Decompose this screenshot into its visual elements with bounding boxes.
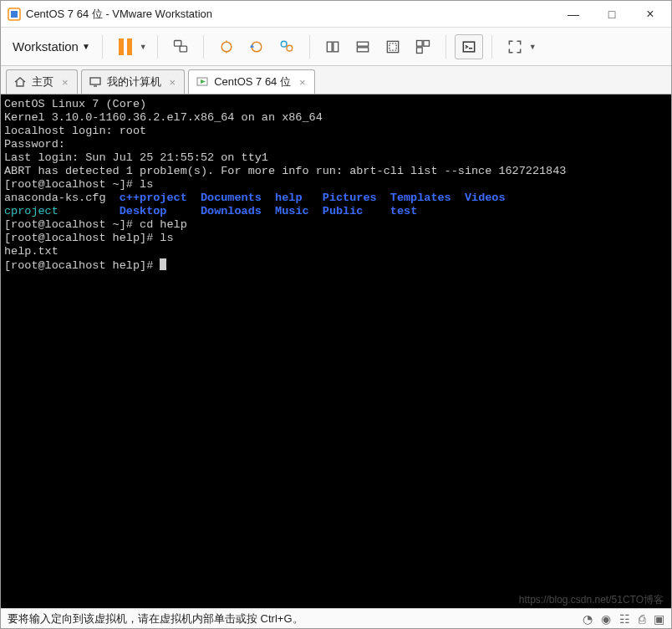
separator <box>309 35 310 59</box>
minimize-button[interactable]: — <box>554 1 593 28</box>
view-tabs-icon <box>354 38 371 55</box>
svg-point-6 <box>281 41 287 47</box>
separator <box>491 35 492 59</box>
separator <box>445 35 446 59</box>
device-cd-icon[interactable]: ◉ <box>601 612 611 626</box>
vm-icon <box>196 75 209 89</box>
svg-rect-10 <box>357 42 368 46</box>
monitor-icon <box>89 75 102 89</box>
svg-point-4 <box>221 42 232 52</box>
workstation-menu[interactable]: Workstation ▼ <box>9 36 94 57</box>
device-usb-icon[interactable]: ⎙ <box>639 612 645 626</box>
svg-rect-16 <box>416 47 422 53</box>
svg-rect-8 <box>327 42 332 52</box>
keyboard-icon <box>172 38 189 55</box>
tab-home[interactable]: 主页 × <box>6 69 78 94</box>
svg-point-7 <box>287 45 293 51</box>
view-tabs-button[interactable] <box>349 34 377 59</box>
home-icon <box>13 75 27 89</box>
fullscreen-icon <box>507 38 523 55</box>
maximize-button[interactable]: □ <box>593 1 631 28</box>
svg-rect-15 <box>424 40 430 46</box>
chevron-down-icon: ▼ <box>82 42 90 51</box>
fullscreen-dropdown[interactable]: ▼ <box>529 43 537 51</box>
separator <box>102 35 103 59</box>
view-single-button[interactable] <box>318 34 347 59</box>
tab-label: CentOS 7 64 位 <box>214 74 291 89</box>
snapshot-icon <box>218 38 235 55</box>
view-unity-button[interactable] <box>409 34 437 59</box>
view-single-icon <box>324 38 341 55</box>
tab-label: 我的计算机 <box>107 74 161 89</box>
snapshot-button[interactable] <box>212 34 241 59</box>
app-icon <box>8 8 21 21</box>
tab-bar: 主页 × 我的计算机 × CentOS 7 64 位 × <box>1 66 671 95</box>
snapshots-icon <box>278 38 295 55</box>
window-title: CentOS 7 64 位 - VMware Workstation <box>26 7 212 22</box>
device-network-icon[interactable]: ☷ <box>619 612 630 626</box>
window-titlebar: CentOS 7 64 位 - VMware Workstation — □ × <box>1 1 671 28</box>
pause-dropdown[interactable]: ▼ <box>140 43 147 51</box>
tab-label: 主页 <box>32 74 53 89</box>
revert-icon <box>248 38 265 55</box>
tab-close-icon[interactable]: × <box>170 76 176 89</box>
svg-rect-17 <box>463 42 474 52</box>
status-bar: 要将输入定向到该虚拟机，请在虚拟机内部单击或按 Ctrl+G。 ◔ ◉ ☷ ⎙ … <box>1 608 671 628</box>
close-button[interactable]: × <box>631 1 669 28</box>
svg-rect-9 <box>333 42 339 52</box>
device-sound-icon[interactable]: ▣ <box>654 612 664 626</box>
view-thumbnail-button[interactable] <box>379 34 407 59</box>
tab-centos[interactable]: CentOS 7 64 位 × <box>188 69 314 94</box>
svg-rect-3 <box>180 46 186 52</box>
tab-my-computer[interactable]: 我的计算机 × <box>81 69 186 94</box>
workstation-menu-label: Workstation <box>13 39 79 54</box>
status-text: 要将输入定向到该虚拟机，请在虚拟机内部单击或按 Ctrl+G。 <box>8 611 303 626</box>
device-disk-icon[interactable]: ◔ <box>583 612 593 626</box>
view-thumbnail-icon <box>384 38 401 55</box>
toolbar: Workstation ▼ ▼ <box>1 28 671 66</box>
tab-close-icon[interactable]: × <box>62 76 69 89</box>
svg-rect-11 <box>357 47 368 51</box>
separator <box>157 35 158 59</box>
svg-rect-13 <box>389 43 396 49</box>
status-icons: ◔ ◉ ☷ ⎙ ▣ <box>583 612 664 626</box>
svg-rect-1 <box>11 11 18 18</box>
console-view-button[interactable] <box>455 34 483 59</box>
pause-button[interactable] <box>111 34 140 59</box>
view-unity-icon <box>415 38 431 55</box>
revert-snapshot-button[interactable] <box>242 34 271 59</box>
svg-rect-2 <box>174 40 181 46</box>
tab-close-icon[interactable]: × <box>299 76 306 89</box>
console-icon <box>461 38 477 55</box>
svg-rect-14 <box>416 40 422 46</box>
fullscreen-button[interactable] <box>501 34 529 59</box>
separator <box>203 35 204 59</box>
pause-icon <box>119 38 132 55</box>
manage-snapshots-button[interactable] <box>272 34 301 59</box>
svg-rect-18 <box>90 78 100 84</box>
send-ctrl-alt-del-button[interactable] <box>166 34 195 59</box>
terminal[interactable]: CentOS Linux 7 (Core)Kernel 3.10.0-1160.… <box>1 95 671 608</box>
